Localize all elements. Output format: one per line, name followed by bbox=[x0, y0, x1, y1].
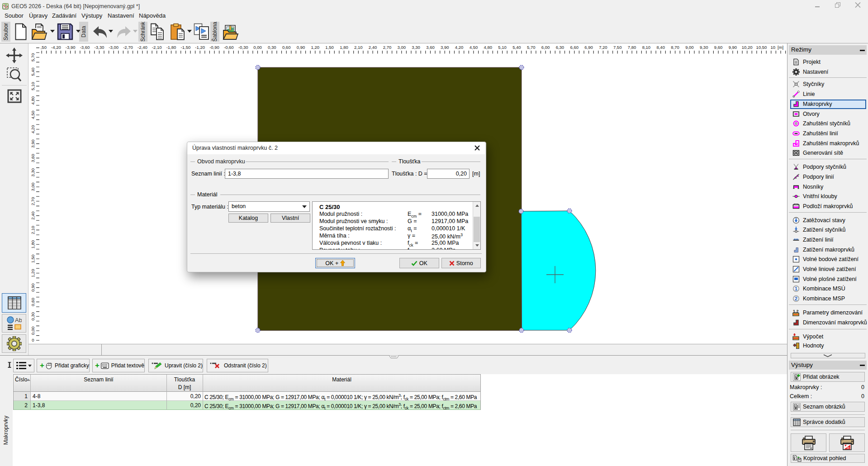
svg-text:1,2: 1,2 bbox=[793, 309, 799, 314]
svg-text:7,20: 7,20 bbox=[599, 45, 607, 50]
svg-text:9,60: 9,60 bbox=[714, 45, 723, 50]
svg-text:8,70: 8,70 bbox=[671, 45, 679, 50]
svg-text:3,00: 3,00 bbox=[398, 45, 406, 50]
svg-text:-2,40: -2,40 bbox=[138, 45, 147, 50]
svg-text:2,70: 2,70 bbox=[383, 45, 392, 50]
svg-text:5,10: 5,10 bbox=[498, 45, 507, 50]
svg-text:5,40: 5,40 bbox=[30, 67, 35, 76]
svg-text:-0,90: -0,90 bbox=[209, 45, 219, 50]
svg-text:2: 2 bbox=[795, 296, 797, 301]
svg-text:-3,00: -3,00 bbox=[109, 45, 119, 50]
svg-text:1,20: 1,20 bbox=[311, 45, 320, 50]
svg-text:3,30: 3,30 bbox=[30, 168, 35, 177]
svg-text:-0,30: -0,30 bbox=[238, 45, 248, 50]
svg-text:-3,30: -3,30 bbox=[95, 45, 104, 50]
svg-text:4,50: 4,50 bbox=[30, 111, 35, 119]
svg-text:4,80: 4,80 bbox=[30, 96, 35, 105]
svg-text:3,00: 3,00 bbox=[30, 183, 35, 191]
svg-text:2,10: 2,10 bbox=[30, 226, 35, 234]
svg-text:-1,20: -1,20 bbox=[195, 45, 205, 50]
svg-text:9,30: 9,30 bbox=[700, 45, 708, 50]
svg-text:-1,50: -1,50 bbox=[181, 45, 191, 50]
svg-text:-2,10: -2,10 bbox=[152, 45, 162, 50]
svg-text:1,80: 1,80 bbox=[340, 45, 348, 50]
svg-text:6,90: 6,90 bbox=[584, 45, 593, 50]
svg-text:0,60: 0,60 bbox=[282, 45, 291, 50]
svg-text:3,30: 3,30 bbox=[412, 45, 420, 50]
svg-text:10,20: 10,20 bbox=[742, 45, 753, 50]
svg-text:1,20: 1,20 bbox=[30, 269, 35, 278]
svg-text:6,30: 6,30 bbox=[556, 45, 564, 50]
svg-text:10,50: 10,50 bbox=[756, 45, 767, 50]
svg-text:6,00: 6,00 bbox=[541, 45, 550, 50]
svg-text:3,60: 3,60 bbox=[30, 154, 35, 162]
svg-text:5,70: 5,70 bbox=[527, 45, 536, 50]
svg-text:-3,60: -3,60 bbox=[80, 45, 90, 50]
svg-text:-2,70: -2,70 bbox=[123, 45, 133, 50]
svg-text:4,50: 4,50 bbox=[470, 45, 478, 50]
svg-text:-3,90: -3,90 bbox=[66, 45, 76, 50]
svg-text:2,40: 2,40 bbox=[30, 211, 35, 220]
svg-text:0,90: 0,90 bbox=[297, 45, 305, 50]
svg-text:8,10: 8,10 bbox=[642, 45, 651, 50]
svg-text:4,20: 4,20 bbox=[30, 125, 35, 134]
svg-text:1,80: 1,80 bbox=[30, 240, 35, 249]
svg-text:2,70: 2,70 bbox=[30, 197, 35, 206]
svg-text:Ab: Ab bbox=[15, 317, 22, 323]
svg-text:5,40: 5,40 bbox=[512, 45, 521, 50]
svg-text:0,30: 0,30 bbox=[30, 312, 35, 321]
svg-text:-1,80: -1,80 bbox=[166, 45, 176, 50]
svg-text:-0,60: -0,60 bbox=[224, 45, 234, 50]
svg-text:2,10: 2,10 bbox=[354, 45, 363, 50]
svg-text:0,00: 0,00 bbox=[253, 45, 262, 50]
svg-text:3,90: 3,90 bbox=[441, 45, 449, 50]
svg-text:0: 0 bbox=[32, 338, 34, 342]
svg-text:9,00: 9,00 bbox=[685, 45, 694, 50]
svg-text:5,70: 5,70 bbox=[30, 53, 35, 62]
svg-text:[m]: [m] bbox=[778, 45, 783, 50]
svg-text:4,20: 4,20 bbox=[455, 45, 464, 50]
svg-text:1,50: 1,50 bbox=[325, 45, 334, 50]
svg-text:0,90: 0,90 bbox=[30, 283, 35, 292]
svg-text:5,10: 5,10 bbox=[30, 82, 35, 90]
svg-text:7,50: 7,50 bbox=[613, 45, 622, 50]
svg-text:9,90: 9,90 bbox=[729, 45, 737, 50]
svg-text:1,50: 1,50 bbox=[30, 255, 35, 263]
svg-text:7,80: 7,80 bbox=[628, 45, 636, 50]
svg-text:0,00: 0,00 bbox=[30, 327, 35, 335]
svg-text:0,60: 0,60 bbox=[30, 298, 35, 306]
svg-text:4,80: 4,80 bbox=[484, 45, 493, 50]
svg-text:3,90: 3,90 bbox=[30, 139, 35, 148]
svg-text:3,60: 3,60 bbox=[426, 45, 435, 50]
svg-text:8,40: 8,40 bbox=[656, 45, 665, 50]
svg-text:6,60: 6,60 bbox=[570, 45, 579, 50]
svg-text:-4,20: -4,20 bbox=[51, 45, 61, 50]
svg-text:1: 1 bbox=[795, 286, 797, 291]
svg-text:2,40: 2,40 bbox=[369, 45, 377, 50]
svg-text:0,30: 0,30 bbox=[268, 45, 276, 50]
